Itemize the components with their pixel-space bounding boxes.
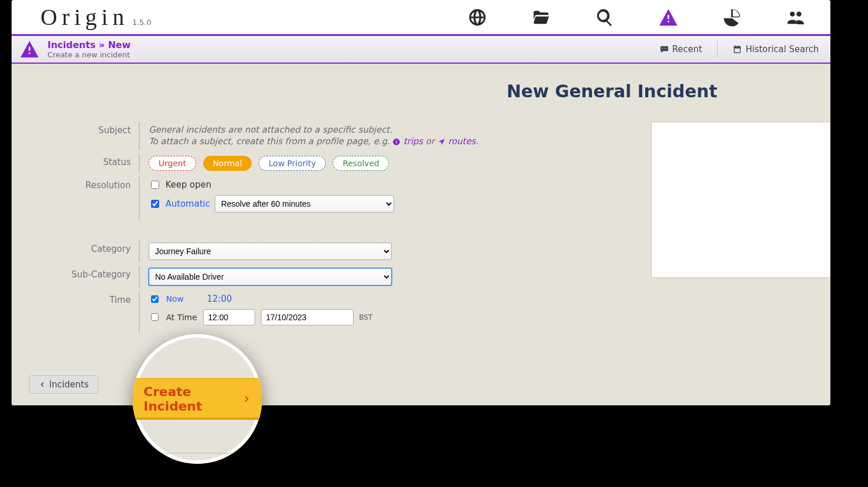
page-title: New General Incident [12,81,830,101]
historical-search-link[interactable]: Historical Search [733,44,819,54]
label-subcategory: Sub-Category [23,266,139,280]
resolve-after-select[interactable]: Resolve after 60 minutes [215,195,394,213]
create-incident-button[interactable]: Create Incident [133,378,262,420]
main-content: New General Incident Subject General inc… [12,64,830,405]
status-low-badge[interactable]: Low Priority [259,156,326,171]
label-subject: Subject [23,122,139,136]
routes-link[interactable]: routes [437,136,476,147]
automatic-label: Automatic [165,199,210,209]
date-input[interactable] [261,309,354,325]
app-window: Origin 1.5.0 Incidents » New Create a ne… [12,0,830,405]
topbar-icons [466,0,830,34]
recent-link-label: Recent [672,44,703,54]
historical-link-label: Historical Search [745,44,819,54]
chevron-right-icon [242,394,251,404]
incident-form: Subject General incidents are not attach… [23,122,660,336]
now-label: Now [166,294,184,303]
users-icon[interactable] [784,6,807,29]
time-input[interactable] [203,309,255,325]
breadcrumb-main: Incidents » New [47,39,131,50]
warning-icon[interactable] [657,6,680,29]
trips-link[interactable]: trips [392,136,422,147]
status-urgent-badge[interactable]: Urgent [149,156,196,171]
now-checkbox[interactable] [151,295,159,303]
brand-name: Origin [41,3,128,31]
brand-version: 1.5.0 [132,18,151,27]
status-resolved-badge[interactable]: Resolved [333,156,389,171]
topbar: Origin 1.5.0 [12,0,830,36]
svg-rect-2 [396,140,397,141]
label-resolution: Resolution [23,177,139,191]
recent-link[interactable]: Recent [660,44,703,54]
globe-icon[interactable] [466,6,489,29]
folder-open-icon[interactable] [529,6,553,29]
subcategory-select[interactable]: No Available Driver [149,268,392,285]
keep-open-label: Keep open [165,180,211,190]
calendar-icon [733,45,742,54]
breadcrumb-text: Incidents » New Create a new incident [47,39,131,60]
subject-help-text: General incidents are not attached to a … [149,124,660,148]
now-time-value: 12:00 [207,294,232,304]
back-to-incidents-button[interactable]: Incidents [29,375,98,394]
chart-pie-icon[interactable] [720,6,744,29]
back-button-label: Incidents [49,379,89,390]
breadcrumb-warning-icon [20,39,39,59]
automatic-checkbox[interactable] [151,200,159,208]
breadcrumb-right-links: Recent Historical Search [660,41,819,57]
create-incident-label: Create Incident [144,385,236,413]
svg-rect-1 [396,141,397,144]
brand: Origin 1.5.0 [41,3,152,31]
breadcrumb-sub: Create a new incident [47,50,131,60]
breadcrumb-bar: Incidents » New Create a new incident Re… [12,36,830,64]
label-status: Status [23,153,139,167]
category-select[interactable]: Journey Failure [149,243,392,260]
keep-open-checkbox[interactable] [151,181,159,189]
status-normal-badge[interactable]: Normal [203,156,252,171]
label-time: Time [23,291,139,305]
at-time-checkbox[interactable] [151,313,159,321]
chevron-left-icon [39,381,46,388]
chat-icon [660,45,669,54]
label-category: Category [23,240,139,254]
timezone-label: BST [359,313,373,321]
side-panel-placeholder [651,122,830,278]
separator [717,41,718,57]
magnifier-highlight: Create Incident [133,334,262,464]
at-time-label: At Time [166,313,197,322]
search-icon[interactable] [593,6,616,29]
